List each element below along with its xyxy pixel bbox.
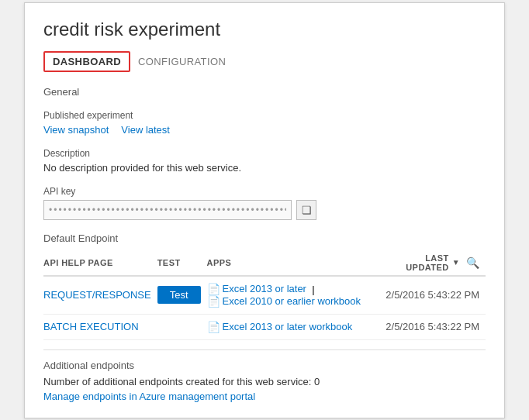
table-row: BATCH EXECUTION 📄 Excel 2013 or later wo… [43,314,486,339]
request-response-link-cell: REQUEST/RESPONSE [43,276,157,315]
api-key-input[interactable] [43,200,292,220]
general-label: General [43,86,486,98]
test-button-cell: Test [157,276,207,315]
api-key-row: ❏ [43,200,486,220]
published-experiment-section: Published experiment View snapshot View … [43,110,486,136]
th-api-help-page: API HELP PAGE [43,250,157,276]
search-button[interactable]: 🔍 [463,255,482,270]
additional-endpoints-section: Additional endpoints Number of additiona… [43,360,486,402]
batch-execution-link-cell: BATCH EXECUTION [43,314,157,339]
last-updated-cell-2: 2/5/2016 5:43:22 PM [382,314,486,339]
batch-execution-link[interactable]: BATCH EXECUTION [43,321,139,332]
request-response-link[interactable]: REQUEST/RESPONSE [43,289,151,301]
default-endpoint-section: Default Endpoint API HELP PAGE TEST APPS… [43,232,486,340]
tab-dashboard[interactable]: DASHBOARD [43,51,130,72]
default-endpoint-label: Default Endpoint [43,232,486,244]
additional-endpoints-label: Additional endpoints [43,360,486,371]
excel-2013-batch-link[interactable]: 📄 Excel 2013 or later workbook [207,321,353,333]
apps-cell-1: 📄 Excel 2013 or later | 📄 Excel 2010 or … [207,276,382,315]
th-last-updated: LAST UPDATED ▼ 🔍 [382,250,486,276]
excel-2013-link[interactable]: 📄 Excel 2013 or later [207,283,306,295]
excel-2010-link[interactable]: 📄 Excel 2010 or earlier workbook [207,295,361,308]
sort-icon: ▼ [452,258,460,267]
description-text: No description provided for this web ser… [43,162,486,174]
table-row: REQUEST/RESPONSE Test 📄 Excel 2013 or la… [43,276,486,315]
additional-endpoints-count: Number of additional endpoints created f… [43,376,486,387]
description-section: Description No description provided for … [43,148,486,174]
th-apps: APPS [207,250,382,276]
last-updated-cell-1: 2/5/2016 5:43:22 PM [382,276,486,315]
general-section: General [43,86,486,98]
excel-icon-3: 📄 [207,321,220,333]
test-button[interactable]: Test [157,286,201,304]
api-key-section: API key ❏ [43,186,486,220]
endpoint-table: API HELP PAGE TEST APPS LAST UPDATED ▼ 🔍 [43,250,486,340]
excel-icon-1: 📄 [207,283,220,295]
view-latest-link[interactable]: View latest [121,124,170,136]
published-experiment-label: Published experiment [43,110,486,121]
page-title: credit risk experiment [43,19,486,40]
api-key-label: API key [43,186,486,197]
excel-icon-2: 📄 [207,295,220,308]
apps-cell-2: 📄 Excel 2013 or later workbook [207,314,382,339]
test-button-cell-2 [157,314,207,339]
copy-api-key-button[interactable]: ❏ [296,200,316,220]
published-links: View snapshot View latest [43,124,486,136]
th-test: TEST [157,250,207,276]
copy-icon: ❏ [302,204,312,216]
view-snapshot-link[interactable]: View snapshot [43,124,109,136]
manage-endpoints-link[interactable]: Manage endpoints in Azure management por… [43,391,255,402]
main-window: credit risk experiment DASHBOARD CONFIGU… [24,2,505,418]
tab-configuration[interactable]: CONFIGURATION [130,51,233,72]
description-label: Description [43,148,486,159]
tab-bar: DASHBOARD CONFIGURATION [43,51,486,72]
table-header-row: API HELP PAGE TEST APPS LAST UPDATED ▼ 🔍 [43,250,486,276]
divider [43,349,486,350]
